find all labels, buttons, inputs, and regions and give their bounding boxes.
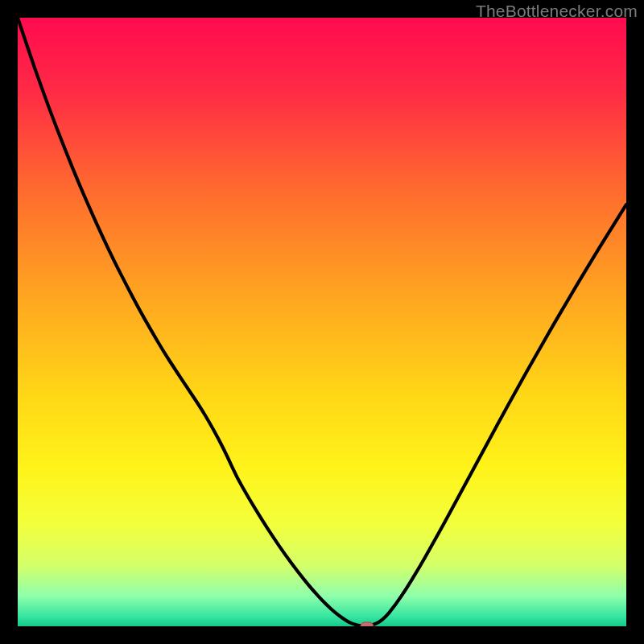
bottleneck-chart xyxy=(18,18,626,626)
gradient-background xyxy=(18,18,626,626)
optimal-marker xyxy=(361,622,374,626)
chart-frame: TheBottlenecker.com xyxy=(0,0,644,644)
